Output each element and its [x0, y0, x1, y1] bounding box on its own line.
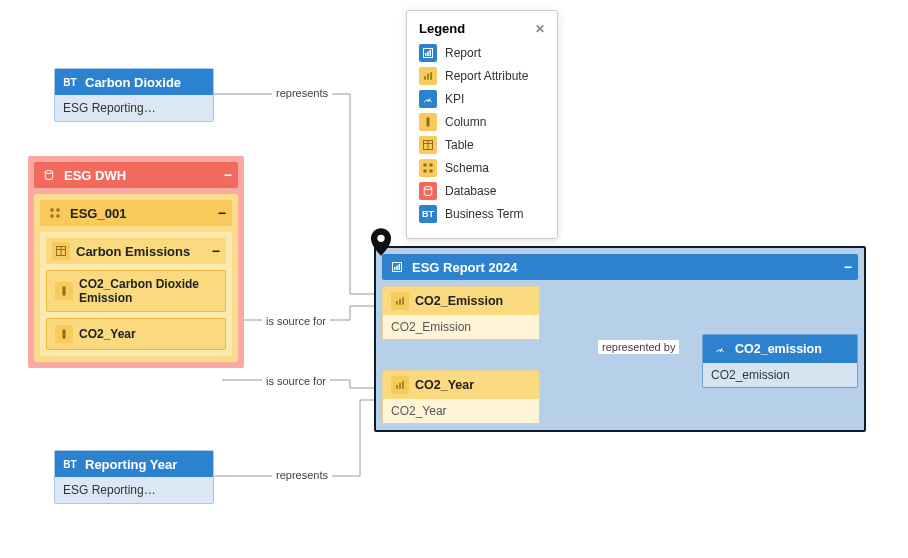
node-title: ESG DWH — [64, 168, 126, 183]
table-carbon-emissions[interactable]: Carbon Emissions − CO2_Carbon Dioxide Em… — [40, 232, 232, 356]
database-icon — [419, 182, 437, 200]
edge-label: represents — [272, 468, 332, 482]
svg-rect-34 — [424, 164, 427, 167]
legend-row-report: Report — [419, 44, 545, 62]
legend-title: Legend — [419, 21, 465, 36]
node-subtitle: ESG Reporting… — [55, 477, 213, 503]
svg-rect-27 — [427, 74, 429, 80]
svg-rect-16 — [402, 297, 404, 305]
business-term-icon: BT — [61, 455, 79, 473]
report-attribute-co2-year[interactable]: CO2_Year CO2_Year — [382, 370, 540, 424]
svg-point-38 — [424, 187, 432, 190]
node-title: Carbon Dioxide — [85, 75, 181, 90]
svg-rect-8 — [63, 287, 66, 296]
node-title: CO2_Emission — [415, 294, 503, 308]
report-icon — [419, 44, 437, 62]
schema-esg-001[interactable]: ESG_001 − Carbon Emissions − CO2_Carbon … — [34, 194, 238, 362]
legend-row-kpi: KPI — [419, 90, 545, 108]
report-attribute-co2-emission[interactable]: CO2_Emission CO2_Emission — [382, 286, 540, 340]
svg-rect-26 — [424, 76, 426, 80]
business-term-reporting-year[interactable]: BT Reporting Year ESG Reporting… — [54, 450, 214, 504]
edge-label: represents — [272, 86, 332, 100]
legend-row-table: Table — [419, 136, 545, 154]
column-co2-carbon-dioxide-emission[interactable]: CO2_Carbon Dioxide Emission — [46, 270, 226, 312]
database-esg-dwh[interactable]: ESG DWH − ESG_001 − Carbon Emissions − — [28, 156, 244, 368]
diagram-canvas[interactable]: BT Carbon Dioxide ESG Reporting… ESG DWH… — [0, 0, 908, 558]
svg-point-21 — [377, 235, 384, 242]
edge-label: is source for — [262, 374, 330, 388]
legend-row-column: Column — [419, 113, 545, 131]
report-icon — [388, 258, 406, 276]
svg-rect-19 — [402, 381, 404, 389]
collapse-button[interactable]: − — [844, 259, 852, 275]
business-term-carbon-dioxide[interactable]: BT Carbon Dioxide ESG Reporting… — [54, 68, 214, 122]
report-attribute-icon — [419, 67, 437, 85]
svg-rect-9 — [63, 330, 66, 339]
node-title: Carbon Emissions — [76, 244, 190, 259]
svg-rect-23 — [425, 53, 427, 56]
edge-label: is source for — [262, 314, 330, 328]
collapse-button[interactable]: − — [218, 205, 226, 221]
svg-rect-37 — [430, 170, 433, 173]
node-subtitle: CO2_Year — [383, 399, 539, 423]
svg-rect-24 — [427, 52, 429, 57]
report-attribute-icon — [391, 292, 409, 310]
svg-rect-14 — [396, 301, 398, 305]
node-title: ESG Report 2024 — [412, 260, 518, 275]
svg-rect-13 — [399, 264, 401, 270]
business-term-icon: BT — [61, 73, 79, 91]
legend-row-business-term: BT Business Term — [419, 205, 545, 223]
column-co2-year[interactable]: CO2_Year — [46, 318, 226, 350]
schema-icon — [419, 159, 437, 177]
column-icon — [55, 282, 73, 300]
svg-rect-25 — [430, 50, 432, 56]
node-subtitle: CO2_emission — [703, 363, 857, 387]
legend-panel[interactable]: Legend ✕ Report Report Attribute KPI Col… — [406, 10, 558, 239]
database-icon — [40, 166, 58, 184]
column-icon — [55, 325, 73, 343]
svg-rect-15 — [399, 299, 401, 305]
svg-rect-28 — [430, 72, 432, 80]
collapse-button[interactable]: − — [224, 167, 232, 183]
node-subtitle: CO2_Emission — [383, 315, 539, 339]
schema-icon — [46, 204, 64, 222]
svg-rect-17 — [396, 385, 398, 389]
table-icon — [52, 242, 70, 260]
svg-point-0 — [45, 171, 53, 174]
kpi-icon — [419, 90, 437, 108]
svg-rect-2 — [57, 209, 60, 212]
svg-rect-4 — [57, 215, 60, 218]
svg-rect-11 — [394, 267, 396, 270]
node-title: CO2_Year — [79, 327, 136, 341]
svg-rect-1 — [51, 209, 54, 212]
column-icon — [419, 113, 437, 131]
svg-rect-35 — [430, 164, 433, 167]
report-attribute-icon — [391, 376, 409, 394]
node-subtitle: ESG Reporting… — [55, 95, 213, 121]
svg-rect-12 — [396, 266, 398, 271]
svg-rect-18 — [399, 383, 401, 389]
legend-row-database: Database — [419, 182, 545, 200]
node-title: CO2_Year — [415, 378, 474, 392]
pin-marker-icon — [370, 228, 392, 256]
svg-rect-30 — [427, 118, 430, 127]
business-term-icon: BT — [419, 205, 437, 223]
node-title: CO2_emission — [735, 342, 822, 356]
node-title: ESG_001 — [70, 206, 126, 221]
kpi-icon — [711, 340, 729, 358]
legend-row-schema: Schema — [419, 159, 545, 177]
legend-row-report-attribute: Report Attribute — [419, 67, 545, 85]
report-esg-report-2024[interactable]: ESG Report 2024 − CO2_Emission CO2_Emiss… — [374, 246, 866, 432]
svg-rect-3 — [51, 215, 54, 218]
node-title: CO2_Carbon Dioxide Emission — [79, 277, 217, 305]
node-title: Reporting Year — [85, 457, 177, 472]
collapse-button[interactable]: − — [212, 243, 220, 259]
close-icon[interactable]: ✕ — [535, 22, 545, 36]
kpi-co2-emission[interactable]: CO2_emission CO2_emission — [702, 334, 858, 388]
svg-rect-36 — [424, 170, 427, 173]
table-icon — [419, 136, 437, 154]
edge-label: represented by — [598, 340, 679, 354]
